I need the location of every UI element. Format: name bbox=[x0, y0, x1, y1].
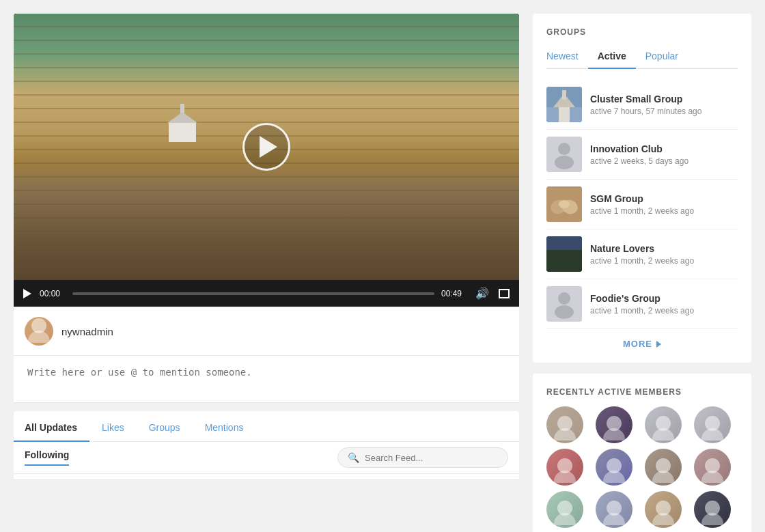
group-thumb-foodie bbox=[546, 286, 582, 322]
video-controls-bar: 00:00 00:49 🔊 bbox=[14, 280, 519, 307]
svg-rect-14 bbox=[546, 236, 582, 250]
member-avatar-3[interactable] bbox=[645, 406, 682, 443]
svg-point-6 bbox=[558, 143, 570, 155]
group-thumb-sgm bbox=[546, 186, 582, 222]
feed-second-row: Following 🔍 bbox=[14, 442, 519, 474]
member-avatar-9[interactable] bbox=[546, 491, 583, 528]
member-face-4 bbox=[694, 406, 731, 443]
group-tab-popular[interactable]: Popular bbox=[636, 46, 688, 68]
group-info-sgm: SGM Group active 1 month, 2 weeks ago bbox=[590, 193, 738, 216]
group-name-innovation: Innovation Club bbox=[590, 143, 738, 154]
recently-active-card: RECENTLY ACTIVE MEMBERS bbox=[533, 374, 751, 532]
tab-mentions[interactable]: Mentions bbox=[193, 411, 256, 441]
volume-button[interactable]: 🔊 bbox=[474, 285, 490, 301]
time-current: 00:00 bbox=[40, 289, 66, 298]
fullscreen-button[interactable] bbox=[497, 288, 511, 300]
video-container bbox=[14, 14, 519, 280]
group-name-cluster: Cluster Small Group bbox=[590, 94, 738, 104]
svg-point-16 bbox=[558, 292, 570, 305]
group-item-innovation[interactable]: Innovation Club active 2 weeks, 5 days a… bbox=[546, 130, 738, 180]
tab-likes[interactable]: Likes bbox=[89, 411, 137, 441]
more-link[interactable]: MORE bbox=[546, 329, 738, 349]
time-total: 00:49 bbox=[441, 289, 467, 298]
group-info-nature: Nature Lovers active 1 month, 2 weeks ag… bbox=[590, 243, 738, 266]
progress-bar[interactable] bbox=[72, 292, 434, 295]
group-activity-innovation: active 2 weeks, 5 days ago bbox=[590, 156, 738, 166]
innovation-thumbnail-svg bbox=[546, 137, 582, 172]
play-button-overlay[interactable] bbox=[242, 123, 290, 171]
group-item-cluster[interactable]: Cluster Small Group active 7 hours, 57 m… bbox=[546, 80, 738, 130]
member-face-8 bbox=[694, 449, 731, 486]
avatar-placeholder bbox=[25, 317, 53, 346]
main-content: 00:00 00:49 🔊 nywnadmin bbox=[14, 14, 519, 480]
groups-section-title: GROUPS bbox=[546, 27, 738, 37]
author-row: nywnadmin bbox=[14, 307, 519, 355]
svg-point-17 bbox=[555, 305, 574, 319]
play-pause-button[interactable] bbox=[22, 288, 33, 300]
search-icon: 🔍 bbox=[348, 452, 359, 463]
member-avatar-1[interactable] bbox=[546, 406, 583, 443]
church-body bbox=[169, 123, 196, 142]
group-activity-nature: active 1 month, 2 weeks ago bbox=[590, 256, 738, 266]
church-decoration bbox=[165, 115, 199, 142]
member-avatar-12[interactable] bbox=[694, 491, 731, 528]
group-name-foodie: Foodie's Group bbox=[590, 293, 738, 304]
search-box: 🔍 bbox=[337, 447, 508, 468]
sidebar: GROUPS Newest Active Popular bbox=[533, 14, 751, 532]
tab-groups[interactable]: Groups bbox=[137, 411, 193, 441]
recently-active-title: RECENTLY ACTIVE MEMBERS bbox=[546, 387, 738, 397]
group-tab-newest[interactable]: Newest bbox=[546, 46, 588, 68]
comment-box bbox=[14, 355, 519, 403]
search-input[interactable] bbox=[365, 453, 498, 463]
member-avatar-5[interactable] bbox=[546, 449, 583, 486]
group-thumb-img-cluster bbox=[546, 87, 582, 122]
svg-rect-4 bbox=[562, 90, 566, 100]
post-divider bbox=[14, 479, 519, 480]
more-label: MORE bbox=[623, 339, 652, 349]
tab-all-updates[interactable]: All Updates bbox=[14, 411, 89, 441]
chevron-right-icon bbox=[656, 341, 661, 348]
group-name-sgm: SGM Group bbox=[590, 193, 738, 204]
member-face-6 bbox=[596, 449, 632, 486]
group-item-foodie[interactable]: Foodie's Group active 1 month, 2 weeks a… bbox=[546, 279, 738, 329]
member-avatar-4[interactable] bbox=[694, 406, 731, 443]
group-thumb-innovation bbox=[546, 137, 582, 172]
member-avatar-2[interactable] bbox=[596, 406, 632, 443]
member-avatar-8[interactable] bbox=[694, 449, 731, 486]
member-face-3 bbox=[645, 406, 682, 443]
groups-card: GROUPS Newest Active Popular bbox=[533, 14, 751, 363]
following-tab[interactable]: Following bbox=[25, 449, 69, 466]
member-face-7 bbox=[645, 449, 682, 486]
group-activity-foodie: active 1 month, 2 weeks ago bbox=[590, 306, 738, 316]
members-grid bbox=[546, 406, 738, 528]
page-wrapper: 00:00 00:49 🔊 nywnadmin bbox=[0, 0, 765, 532]
tabs-row: All Updates Likes Groups Mentions bbox=[14, 411, 519, 442]
group-thumb-cluster bbox=[546, 87, 582, 122]
author-avatar[interactable] bbox=[25, 317, 53, 346]
group-item-sgm[interactable]: SGM Group active 1 month, 2 weeks ago bbox=[546, 180, 738, 229]
nature-thumbnail-svg bbox=[546, 236, 582, 272]
avatar-body bbox=[28, 331, 50, 343]
member-avatar-7[interactable] bbox=[645, 449, 682, 486]
member-face-1 bbox=[546, 406, 583, 443]
member-avatar-6[interactable] bbox=[596, 449, 632, 486]
group-thumb-nature bbox=[546, 236, 582, 272]
church-roof bbox=[167, 112, 197, 123]
author-name: nywnadmin bbox=[61, 326, 113, 337]
member-avatar-10[interactable] bbox=[596, 491, 632, 528]
comment-input[interactable] bbox=[14, 356, 519, 400]
fullscreen-icon bbox=[499, 289, 510, 298]
group-tab-active[interactable]: Active bbox=[588, 46, 636, 68]
play-triangle-icon bbox=[260, 136, 277, 158]
group-info-cluster: Cluster Small Group active 7 hours, 57 m… bbox=[590, 94, 738, 116]
member-face-10 bbox=[596, 491, 632, 528]
feed-tabs: All Updates Likes Groups Mentions Follow… bbox=[14, 411, 519, 480]
member-avatar-11[interactable] bbox=[645, 491, 682, 528]
play-icon bbox=[23, 289, 31, 298]
group-item-nature[interactable]: Nature Lovers active 1 month, 2 weeks ag… bbox=[546, 229, 738, 279]
avatar-face bbox=[25, 317, 53, 346]
svg-point-7 bbox=[555, 156, 574, 169]
member-face-9 bbox=[546, 491, 583, 528]
member-face-5 bbox=[546, 449, 583, 486]
svg-point-11 bbox=[559, 200, 570, 208]
